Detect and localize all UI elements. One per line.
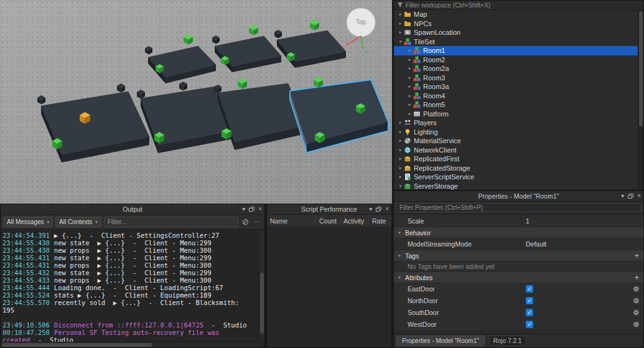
tree-item-tileset[interactable]: ▾TileSet bbox=[394, 37, 638, 47]
tree-item-room3a[interactable]: ▸Room3a bbox=[394, 82, 638, 92]
expand-arrow-icon[interactable]: ▸ bbox=[397, 156, 404, 161]
output-log-line[interactable]: 23:44:54.391▶ {...} - Client - SettingsC… bbox=[2, 232, 259, 239]
expand-arrow-icon[interactable]: ▸ bbox=[397, 174, 404, 179]
room-tile[interactable] bbox=[215, 36, 281, 72]
green-marker-cube[interactable] bbox=[184, 34, 193, 45]
room-tile[interactable] bbox=[148, 46, 216, 83]
green-marker-cube[interactable] bbox=[249, 25, 258, 35]
attribute-row-northdoor[interactable]: NorthDoor✓ bbox=[394, 295, 643, 307]
properties-filter-input[interactable]: Filter Properties (Ctrl+Shift+P) bbox=[396, 203, 642, 212]
collapse-arrow-icon[interactable]: ▾ bbox=[397, 184, 404, 189]
tree-item-room4[interactable]: ▸Room4 bbox=[394, 92, 638, 101]
panel-menu-chevron-icon[interactable]: ▾ bbox=[242, 206, 245, 212]
output-vertical-scrollbar[interactable] bbox=[259, 230, 264, 342]
gear-icon[interactable] bbox=[633, 298, 640, 304]
expand-arrow-icon[interactable]: ▸ bbox=[406, 75, 413, 80]
add-button[interactable]: + bbox=[634, 252, 639, 260]
expand-arrow-icon[interactable]: ▸ bbox=[397, 21, 404, 26]
expand-arrow-icon[interactable]: ▸ bbox=[406, 93, 413, 98]
property-section-tags[interactable]: ▾Tags+ bbox=[394, 250, 643, 261]
gear-icon[interactable] bbox=[633, 309, 640, 316]
checkbox-northdoor[interactable]: ✓ bbox=[526, 297, 533, 304]
3d-viewport[interactable]: Top x y bbox=[0, 0, 392, 204]
context-dropdown[interactable]: All Contexts ▾ bbox=[55, 217, 101, 227]
output-log-line[interactable]: created - Studio bbox=[2, 336, 259, 342]
output-log-line[interactable]: 23:44:55.444Loading done. - Client - Loa… bbox=[2, 284, 259, 291]
expand-arrow-icon[interactable]: ▸ bbox=[406, 48, 413, 53]
output-log-line[interactable]: 23:49:10.506Disconnect from ::ffff:127.0… bbox=[2, 321, 259, 329]
column-header-rate[interactable]: Rate bbox=[369, 215, 391, 227]
panel-menu-chevron-icon[interactable]: ▾ bbox=[621, 193, 624, 199]
output-log-line[interactable]: 23:44:55.524stats ▶ {...} - Client - Equ… bbox=[2, 291, 259, 299]
column-header-count[interactable]: Count bbox=[316, 215, 340, 227]
tree-item-materialservice[interactable]: ▸MaterialService bbox=[394, 136, 638, 146]
property-row-modelstreamingmode[interactable]: ModelStreamingModeDefault bbox=[394, 238, 643, 250]
scrollbar-thumb[interactable] bbox=[2, 343, 152, 347]
column-header-activity[interactable]: Activity bbox=[340, 215, 369, 227]
tree-item-replicatedfirst[interactable]: ▸ReplicatedFirst bbox=[394, 154, 638, 164]
dark-corner-cube[interactable] bbox=[117, 83, 125, 93]
view-selector[interactable]: Top x y bbox=[335, 4, 383, 54]
tree-item-room1[interactable]: ▸Room1 bbox=[394, 46, 638, 55]
close-panel-icon[interactable]: × bbox=[637, 193, 641, 199]
output-log-line[interactable]: 23:44:55.430new state ▶ {...} - Client -… bbox=[2, 239, 259, 247]
output-log-line[interactable]: 00:10:47.250Personal SF Testing auto-rec… bbox=[2, 329, 259, 336]
explorer-scrollbar[interactable] bbox=[638, 10, 643, 190]
expand-arrow-icon[interactable]: ▸ bbox=[406, 66, 413, 71]
tree-item-room2a[interactable]: ▸Room2a bbox=[394, 64, 638, 73]
property-value[interactable]: 1 bbox=[521, 215, 643, 227]
panel-menu-chevron-icon[interactable]: ▾ bbox=[369, 206, 372, 212]
expand-arrow-icon[interactable]: ▸ bbox=[397, 138, 404, 143]
properties-bottom-tab[interactable]: Properties - Model "Room1" bbox=[396, 336, 485, 346]
add-button[interactable]: + bbox=[634, 273, 639, 281]
output-log-line[interactable]: 23:44:55.433new props ▶ {...} - Client -… bbox=[2, 276, 259, 284]
clear-output-icon[interactable] bbox=[241, 219, 250, 225]
tree-item-serverstorage[interactable]: ▾ServerStorage bbox=[394, 182, 638, 190]
collapse-arrow-icon[interactable]: ▾ bbox=[394, 275, 405, 280]
collapse-arrow-icon[interactable]: ▾ bbox=[394, 230, 405, 235]
expand-arrow-icon[interactable]: ▸ bbox=[397, 166, 404, 171]
attribute-row-eastdoor[interactable]: EastDoor✓ bbox=[394, 283, 643, 295]
close-panel-icon[interactable]: × bbox=[258, 206, 262, 212]
attribute-row-southdoor[interactable]: SouthDoor✓ bbox=[394, 307, 643, 319]
tree-item-replicatedstorage[interactable]: ▸ReplicatedStorage bbox=[394, 164, 638, 173]
property-section-attributes[interactable]: ▾Attributes+ bbox=[394, 272, 643, 283]
scrollbar-thumb[interactable] bbox=[639, 11, 643, 126]
checkbox-southdoor[interactable]: ✓ bbox=[526, 309, 533, 316]
output-log[interactable]: 23:44:54.391▶ {...} - Client - SettingsC… bbox=[1, 230, 259, 342]
expand-arrow-icon[interactable]: ▸ bbox=[397, 129, 404, 134]
gear-icon[interactable] bbox=[633, 321, 640, 328]
dark-corner-cube[interactable] bbox=[145, 46, 152, 54]
more-options-icon[interactable]: ⋯ bbox=[253, 218, 262, 226]
attribute-row-westdoor[interactable]: WestDoor✓ bbox=[394, 319, 643, 331]
output-log-line[interactable] bbox=[2, 314, 259, 321]
room-tile[interactable] bbox=[41, 92, 149, 162]
dark-corner-cube[interactable] bbox=[137, 90, 145, 99]
output-horizontal-scrollbar[interactable] bbox=[1, 342, 259, 347]
property-section-behavior[interactable]: ▾Behavior bbox=[394, 227, 643, 238]
expand-arrow-icon[interactable]: ▸ bbox=[406, 84, 413, 89]
green-marker-cube[interactable] bbox=[310, 20, 319, 31]
expand-arrow-icon[interactable]: ▸ bbox=[397, 12, 404, 17]
output-log-line[interactable]: 23:44:55.432new state ▶ {...} - Client -… bbox=[2, 269, 259, 276]
message-type-dropdown[interactable]: All Messages ▾ bbox=[3, 217, 53, 227]
3d-scene[interactable] bbox=[0, 0, 392, 204]
green-marker-cube[interactable] bbox=[238, 78, 247, 89]
output-log-line[interactable]: 23:44:55.430new props ▶ {...} - Client -… bbox=[2, 247, 259, 254]
tree-item-networkclient[interactable]: ▸NetworkClient bbox=[394, 146, 638, 155]
scrollbar-thumb[interactable] bbox=[260, 273, 264, 334]
output-log-line[interactable]: 195 bbox=[2, 306, 259, 314]
selected-room-tile[interactable] bbox=[290, 80, 388, 153]
tree-item-room3[interactable]: ▸Room3 bbox=[394, 73, 638, 83]
tree-item-serverscriptservice[interactable]: ▸ServerScriptService bbox=[394, 172, 638, 182]
float-panel-icon[interactable] bbox=[376, 207, 381, 212]
expand-arrow-icon[interactable]: ▸ bbox=[397, 120, 404, 125]
expand-arrow-icon[interactable]: ▸ bbox=[406, 111, 413, 116]
expand-arrow-icon[interactable]: ▸ bbox=[406, 57, 413, 62]
tree-item-lighting[interactable]: ▸Lighting bbox=[394, 128, 638, 137]
float-panel-icon[interactable] bbox=[628, 194, 633, 199]
tree-item-map[interactable]: ▸Map bbox=[394, 10, 638, 19]
output-log-line[interactable]: 23:44:55.431new props ▶ {...} - Client -… bbox=[2, 261, 259, 269]
output-log-line[interactable]: 23:44:55.570recently sold ▶ {...} - Clie… bbox=[2, 299, 259, 306]
explorer-filter-input[interactable]: Filter workspace (Ctrl+Shift+X) bbox=[394, 1, 643, 10]
